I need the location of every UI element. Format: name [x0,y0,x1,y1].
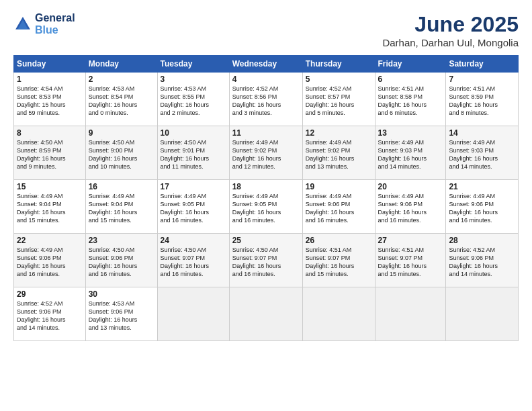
sunrise-text: Sunrise: 4:51 AM [378,246,425,253]
daylight-text: Daylight: 16 hours [449,263,498,269]
day-number: 30 [89,289,154,299]
calendar-cell: 15Sunrise: 4:49 AMSunset: 9:04 PMDayligh… [14,180,86,234]
day-number: 20 [378,182,443,191]
daylight-remainder: and 9 minutes. [17,163,56,170]
day-info: Sunrise: 4:50 AMSunset: 9:06 PMDaylight:… [89,246,154,279]
daylight-remainder: and 16 minutes. [306,217,349,224]
day-number: 17 [161,182,226,191]
daylight-text: Daylight: 16 hours [232,101,281,108]
col-header-sunday: Sunday [14,56,86,73]
calendar-week-row: 8Sunrise: 4:50 AMSunset: 8:59 PMDaylight… [14,126,519,180]
sunrise-text: Sunrise: 4:51 AM [378,85,425,92]
day-info: Sunrise: 4:50 AMSunset: 8:59 PMDaylight:… [17,138,83,171]
page: General Blue June 2025 Darhan, Darhan Uu… [0,0,532,411]
calendar-cell: 7Sunrise: 4:51 AMSunset: 8:59 PMDaylight… [446,73,519,126]
day-info: Sunrise: 4:51 AMSunset: 9:07 PMDaylight:… [378,246,443,279]
day-info: Sunrise: 4:53 AMSunset: 9:06 PMDaylight:… [89,300,154,332]
sunrise-text: Sunrise: 4:49 AM [449,193,495,199]
day-info: Sunrise: 4:49 AMSunset: 9:02 PMDaylight:… [232,138,300,171]
calendar-cell: 6Sunrise: 4:51 AMSunset: 8:58 PMDaylight… [375,73,446,126]
sunrise-text: Sunrise: 4:51 AM [306,246,352,253]
calendar-cell: 28Sunrise: 4:52 AMSunset: 9:06 PMDayligh… [446,234,519,287]
sunset-text: Sunset: 8:54 PM [89,93,134,100]
day-info: Sunrise: 4:49 AMSunset: 9:06 PMDaylight:… [449,192,515,225]
calendar-cell: 16Sunrise: 4:49 AMSunset: 9:04 PMDayligh… [85,180,157,234]
logo: General Blue [13,12,75,36]
sunset-text: Sunset: 9:07 PM [306,255,351,261]
sunrise-text: Sunrise: 4:53 AM [89,85,135,92]
col-header-tuesday: Tuesday [157,56,229,73]
daylight-text: Daylight: 16 hours [449,155,498,162]
day-info: Sunrise: 4:50 AMSunset: 9:07 PMDaylight:… [232,246,300,279]
sunrise-text: Sunrise: 4:49 AM [161,193,207,199]
sunset-text: Sunset: 9:07 PM [378,255,423,261]
day-info: Sunrise: 4:49 AMSunset: 9:05 PMDaylight:… [232,192,300,225]
sunset-text: Sunset: 9:06 PM [17,308,62,315]
sunset-text: Sunset: 9:04 PM [89,201,134,208]
calendar-cell: 10Sunrise: 4:50 AMSunset: 9:01 PMDayligh… [157,126,229,180]
day-number: 16 [89,182,154,191]
daylight-text: Daylight: 16 hours [306,209,355,216]
day-info: Sunrise: 4:52 AMSunset: 8:57 PMDaylight:… [306,85,372,118]
sunrise-text: Sunrise: 4:49 AM [17,246,63,253]
sunset-text: Sunset: 8:59 PM [449,93,494,100]
logo-icon [13,15,32,34]
day-number: 7 [449,75,515,84]
calendar-cell: 12Sunrise: 4:49 AMSunset: 9:02 PMDayligh… [302,126,375,180]
day-number: 28 [449,236,515,245]
sunrise-text: Sunrise: 4:50 AM [89,139,135,146]
day-info: Sunrise: 4:52 AMSunset: 9:06 PMDaylight:… [17,300,83,332]
daylight-text: Daylight: 15 hours [17,101,66,108]
day-number: 8 [17,128,83,138]
daylight-remainder: and 12 minutes. [232,163,275,170]
sunset-text: Sunset: 9:00 PM [89,147,134,154]
calendar-cell: 30Sunrise: 4:53 AMSunset: 9:06 PMDayligh… [85,287,157,341]
day-number: 3 [161,75,226,84]
calendar-cell: 9Sunrise: 4:50 AMSunset: 9:00 PMDaylight… [85,126,157,180]
col-header-monday: Monday [85,56,157,73]
sunset-text: Sunset: 9:04 PM [17,201,62,208]
daylight-remainder: and 5 minutes. [306,109,345,116]
month-title: June 2025 [382,12,519,37]
sunrise-text: Sunrise: 4:49 AM [378,139,425,146]
day-number: 29 [17,289,83,299]
calendar-cell: 26Sunrise: 4:51 AMSunset: 9:07 PMDayligh… [302,234,375,287]
sunset-text: Sunset: 9:02 PM [232,147,277,154]
day-number: 23 [89,236,154,245]
sunset-text: Sunset: 8:59 PM [17,147,62,154]
sunset-text: Sunset: 8:57 PM [306,93,351,100]
day-info: Sunrise: 4:49 AMSunset: 9:03 PMDaylight:… [378,138,443,171]
sunrise-text: Sunrise: 4:49 AM [306,193,352,199]
daylight-text: Daylight: 16 hours [17,316,66,323]
daylight-remainder: and 15 minutes. [306,271,349,277]
day-number: 5 [306,75,372,84]
calendar-cell: 18Sunrise: 4:49 AMSunset: 9:05 PMDayligh… [229,180,302,234]
calendar-cell: 5Sunrise: 4:52 AMSunset: 8:57 PMDaylight… [302,73,375,126]
calendar-cell: 13Sunrise: 4:49 AMSunset: 9:03 PMDayligh… [375,126,446,180]
daylight-remainder: and 59 minutes. [17,109,60,116]
col-header-thursday: Thursday [302,56,375,73]
daylight-text: Daylight: 16 hours [378,155,427,162]
calendar-cell [302,287,375,341]
col-header-friday: Friday [375,56,446,73]
daylight-remainder: and 10 minutes. [89,163,132,170]
calendar-cell: 27Sunrise: 4:51 AMSunset: 9:07 PMDayligh… [375,234,446,287]
calendar-table: SundayMondayTuesdayWednesdayThursdayFrid… [13,55,519,341]
daylight-remainder: and 13 minutes. [89,324,132,331]
daylight-remainder: and 3 minutes. [232,109,272,116]
day-info: Sunrise: 4:54 AMSunset: 8:53 PMDaylight:… [17,85,83,118]
calendar-cell: 23Sunrise: 4:50 AMSunset: 9:06 PMDayligh… [85,234,157,287]
daylight-remainder: and 14 minutes. [17,324,60,331]
sunset-text: Sunset: 9:02 PM [306,147,351,154]
sunrise-text: Sunrise: 4:53 AM [161,85,207,92]
daylight-text: Daylight: 16 hours [449,101,498,108]
sunrise-text: Sunrise: 4:52 AM [306,85,352,92]
daylight-text: Daylight: 16 hours [89,209,138,216]
day-number: 2 [89,75,154,84]
sunrise-text: Sunrise: 4:50 AM [161,139,207,146]
calendar-header-row: SundayMondayTuesdayWednesdayThursdayFrid… [14,56,519,73]
day-info: Sunrise: 4:53 AMSunset: 8:54 PMDaylight:… [89,85,154,118]
daylight-text: Daylight: 16 hours [378,263,427,269]
day-info: Sunrise: 4:49 AMSunset: 9:06 PMDaylight:… [306,192,372,225]
daylight-text: Daylight: 16 hours [17,263,66,269]
